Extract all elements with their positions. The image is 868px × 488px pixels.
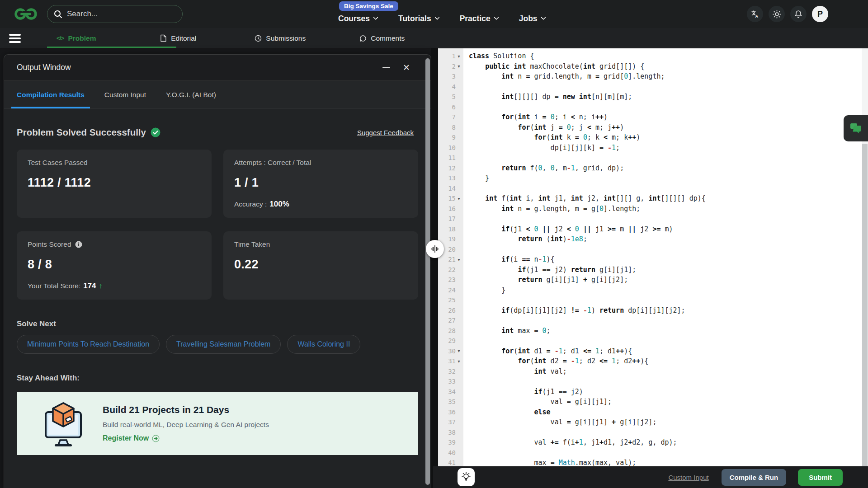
line-number: 36 [444,408,456,416]
code-editor[interactable]: 1▾2▾3456789101112131415▾161718192021▾222… [438,48,862,466]
gutter-row: 3 [438,71,463,82]
tab-compilation-results[interactable]: Compilation Results [11,81,90,108]
fold-arrow-icon[interactable]: ▾ [456,64,462,69]
line-number: 10 [444,144,456,151]
menu-tutorials[interactable]: Tutorials [398,14,439,23]
tab-problem[interactable]: </> Problem [25,28,127,48]
code-line[interactable]: for(int d1 = -1; d1 <= 1; d1++){ [469,346,862,357]
code-line[interactable]: int n = g.length, m = g[0].length; [469,204,862,214]
code-line[interactable] [469,102,862,113]
left-panel-scrollbar[interactable] [425,58,430,485]
code-line[interactable]: if(i == n-1){ [469,254,862,265]
tab-editorial[interactable]: Editorial [127,28,230,48]
code-line[interactable] [469,295,862,305]
code-line[interactable]: int n = grid.length, m = grid[0].length; [469,71,862,82]
code-line[interactable]: else [469,407,862,418]
card-label: Time Taken [234,240,407,249]
solve-next-pill[interactable]: Walls Coloring II [287,335,360,354]
info-icon[interactable] [75,241,82,248]
fold-arrow-icon[interactable]: ▾ [456,54,462,59]
solve-next-pill[interactable]: Minimum Points To Reach Destination [17,335,160,354]
hamburger-menu-icon[interactable] [9,34,22,45]
custom-input-link[interactable]: Custom Input [668,474,708,481]
code-line[interactable]: val = g[i][j1]; [469,397,862,407]
arrow-right-icon [152,435,160,442]
close-icon[interactable]: ✕ [403,63,410,72]
search-bar[interactable] [47,5,183,23]
fold-arrow-icon[interactable]: ▾ [456,348,462,353]
solve-next-heading: Solve Next [17,319,418,328]
code-line[interactable]: return g[i][j1] + g[i][j2]; [469,275,862,285]
chat-flyout-button[interactable] [844,115,868,141]
code-line[interactable] [469,82,862,92]
tab-comments[interactable]: Comments [331,28,434,48]
code-line[interactable]: if(j1 < 0 || j2 < 0 || j1 >= m || j2 >= … [469,224,862,235]
chat-bubbles-icon [849,122,862,134]
tab-custom-input[interactable]: Custom Input [99,81,151,108]
menu-jobs[interactable]: Jobs [519,14,545,23]
minimize-icon[interactable] [382,67,390,68]
menu-courses[interactable]: Courses [338,14,377,23]
theme-toggle-button[interactable] [769,6,785,22]
main-menu: Courses Tutorials Practice Jobs [338,0,545,28]
menu-practice[interactable]: Practice [460,14,498,23]
translate-button[interactable]: A [747,6,763,22]
projects-illustration [42,399,85,447]
line-number: 9 [444,134,456,141]
code-line[interactable] [469,153,862,163]
time-taken-value: 0.22 [234,258,407,272]
code-line[interactable]: int[][][] dp = new int[n][m][m]; [469,92,862,102]
code-line[interactable]: max = Math.max(max, val); [469,458,862,466]
code-line[interactable]: for(int d2 = -1; d2 <= 1; d2++){ [469,356,862,366]
solve-next-pill[interactable]: Travelling Salesman Problem [166,335,281,354]
code-line[interactable] [469,336,862,346]
code-line[interactable]: int f(int i, int j1, int j2, int[][] g, … [469,193,862,204]
fold-arrow-icon[interactable]: ▾ [456,196,462,201]
tab-submissions[interactable]: Submissions [229,28,331,48]
code-line[interactable]: int val; [469,366,862,377]
code-line[interactable]: for(int j = 0; j < m; j++) [469,122,862,133]
gutter-row: 16 [438,204,463,214]
code-line[interactable]: dp[i][j][k] = -1; [469,143,862,153]
search-input[interactable] [67,9,176,19]
code-line[interactable] [469,448,862,458]
code-line[interactable]: return (int)-1e8; [469,234,862,244]
code-line[interactable]: if(j1 == j2) return g[i][j1]; [469,265,862,275]
output-window-title: Output Window [17,63,71,72]
profile-avatar[interactable]: P [812,6,828,22]
fold-arrow-icon[interactable]: ▾ [456,257,462,262]
code-line[interactable]: class Solution { [469,51,862,61]
code-line[interactable]: val += f(i+1, j1+d1, j2+d2, g, dp); [469,437,862,448]
code-line[interactable]: return f(0, 0, m-1, grid, dp); [469,163,862,174]
promo-text: Build 21 Projects in 21 Days Build real-… [103,404,269,442]
promo-banner[interactable]: Build 21 Projects in 21 Days Build real-… [17,392,418,455]
code-line[interactable]: for(int k = 0; k < m; k++) [469,132,862,143]
code-line[interactable]: } [469,173,862,183]
code-line[interactable]: if(j1 == j2) [469,387,862,397]
code-line[interactable] [469,183,862,194]
code-line[interactable]: val = g[i][j1] + g[i][j2]; [469,417,862,427]
code-line[interactable] [469,427,862,438]
panel-resize-handle[interactable] [426,240,444,258]
notifications-button[interactable] [790,6,807,22]
code-line[interactable] [469,244,862,255]
code-line[interactable]: for(int i = 0; i < n; i++) [469,112,862,122]
editor-scrollbar-thumb[interactable] [862,144,868,466]
tab-yogi-ai-bot[interactable]: Y.O.G.I. (AI Bot) [160,81,222,108]
fold-arrow-icon[interactable]: ▾ [456,359,462,364]
register-now-link[interactable]: Register Now [103,434,269,442]
suggest-feedback-link[interactable]: Suggest Feedback [357,129,414,136]
code-line[interactable]: } [469,285,862,296]
code-line[interactable]: if(dp[i][j1][j2] != -1) return dp[i][j1]… [469,305,862,316]
code-line[interactable]: public int maxChocolate(int grid[][]) { [469,61,862,72]
editor-code-area[interactable]: class Solution { public int maxChocolate… [463,48,862,466]
line-number: 39 [444,439,456,446]
compile-run-button[interactable]: Compile & Run [722,469,787,486]
code-line[interactable]: int max = 0; [469,326,862,336]
submit-button[interactable]: Submit [798,469,843,486]
code-line[interactable] [469,214,862,224]
code-line[interactable] [469,376,862,387]
gfg-logo[interactable] [13,6,39,24]
code-line[interactable] [469,315,862,326]
hint-bulb-button[interactable] [458,468,475,486]
